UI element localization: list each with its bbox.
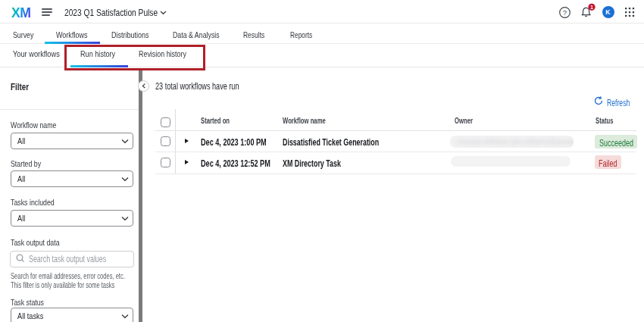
svg-text:?: ? xyxy=(563,8,567,17)
svg-text:1: 1 xyxy=(590,5,593,10)
